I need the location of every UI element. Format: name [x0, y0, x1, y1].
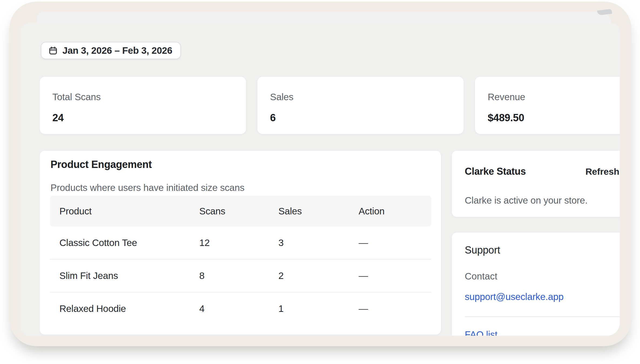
support-card: Support Contact support@useclarke.app FA… — [452, 232, 620, 336]
cell-sales: 1 — [278, 303, 359, 314]
divider — [465, 316, 620, 317]
app-screen: Jan 3, 2026 – Feb 3, 2026 Total Scans 24… — [21, 23, 620, 336]
page: Jan 3, 2026 – Feb 3, 2026 Total Scans 24… — [0, 0, 640, 364]
stat-card-sales: Sales 6 — [257, 76, 464, 134]
column-header-action: Action — [359, 206, 431, 217]
card-title: Support — [465, 244, 500, 256]
product-engagement-table: Product Scans Sales Action Classic Cotto… — [50, 196, 431, 325]
stat-label: Revenue — [488, 92, 620, 102]
date-range-label: Jan 3, 2026 – Feb 3, 2026 — [62, 45, 172, 56]
calendar-icon — [48, 46, 58, 55]
cell-action: — — [359, 237, 431, 248]
stat-label: Sales — [270, 92, 464, 102]
card-title: Clarke Status — [465, 166, 526, 177]
stat-value: $489.50 — [488, 112, 620, 124]
date-range-button[interactable]: Jan 3, 2026 – Feb 3, 2026 — [41, 42, 181, 59]
cell-sales: 2 — [278, 270, 359, 281]
column-header-product: Product — [50, 206, 199, 217]
table-row: Slim Fit Jeans 8 2 — — [50, 259, 431, 292]
cell-product: Relaxed Hoodie — [50, 303, 199, 314]
refresh-button[interactable]: Refresh — [585, 166, 619, 177]
cell-action: — — [359, 303, 431, 314]
contact-label: Contact — [465, 271, 497, 282]
faq-list-link[interactable]: FAQ list — [465, 329, 497, 336]
cell-action: — — [359, 270, 431, 281]
product-engagement-card: Product Engagement Products where users … — [39, 150, 441, 335]
dashboard-content: Jan 3, 2026 – Feb 3, 2026 Total Scans 24… — [39, 23, 620, 336]
cell-scans: 12 — [199, 237, 278, 248]
support-email-link[interactable]: support@useclarke.app — [465, 291, 564, 302]
stat-value: 6 — [270, 112, 464, 124]
table-row: Classic Cotton Tee 12 3 — — [50, 227, 431, 259]
card-title: Product Engagement — [50, 159, 152, 170]
stat-card-revenue: Revenue $489.50 — [475, 76, 620, 134]
cell-scans: 8 — [199, 270, 278, 281]
table-header-row: Product Scans Sales Action — [50, 196, 431, 227]
card-subtitle: Products where users have initiated size… — [50, 182, 244, 193]
stat-label: Total Scans — [52, 92, 246, 102]
stat-value: 24 — [52, 112, 246, 124]
table-row: Relaxed Hoodie 4 1 — — [50, 292, 431, 325]
cell-product: Slim Fit Jeans — [50, 270, 199, 281]
column-header-sales: Sales — [278, 206, 359, 217]
cell-scans: 4 — [199, 303, 278, 314]
stat-card-total-scans: Total Scans 24 — [39, 76, 246, 134]
column-header-scans: Scans — [199, 206, 278, 217]
status-message: Clarke is active on your store. — [465, 195, 588, 206]
cell-sales: 3 — [278, 237, 359, 248]
cell-product: Classic Cotton Tee — [50, 237, 199, 248]
clarke-status-card: Clarke Status Refresh Clarke is active o… — [452, 150, 620, 217]
